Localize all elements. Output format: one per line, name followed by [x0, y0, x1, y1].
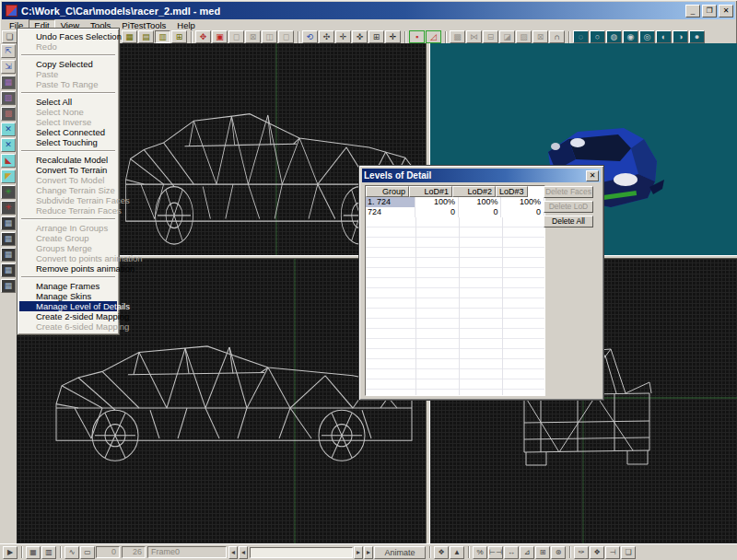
skin-editor-icon[interactable]: ▦ [1, 76, 16, 89]
render-textured-lit-icon[interactable]: ◑ [673, 30, 688, 43]
render-textured-icon[interactable]: ◐ [656, 30, 672, 43]
pyramid-icon[interactable]: ▲ [450, 546, 464, 559]
minimize-button[interactable]: _ [685, 5, 700, 18]
close-button[interactable]: ✕ [719, 5, 733, 18]
edit-menu-item: Convert To Model [19, 175, 117, 185]
render-gouraud-icon[interactable]: ◎ [639, 30, 655, 43]
bone-icon[interactable]: ✑ [574, 546, 589, 559]
delete-faces-button: Delete Faces [544, 186, 593, 198]
link-frames-icon[interactable]: ⊞ [535, 546, 550, 559]
export-model-icon[interactable]: ⇱ [1, 44, 16, 58]
frames-list-icon[interactable]: ▦ [26, 546, 41, 559]
notes-icon[interactable]: ❏ [621, 546, 636, 559]
drag-points-icon[interactable]: ✥ [195, 30, 211, 43]
render-wire-icon[interactable]: ○ [590, 30, 605, 43]
camera-view-icon[interactable]: ◤ [1, 169, 16, 183]
anim-tool-icons-c: ✑❖⊣❏ [574, 546, 637, 559]
render-flat-icon[interactable]: ◉ [623, 30, 638, 43]
edit-menu-item[interactable]: Undo Faces Selection [19, 31, 117, 41]
edit-menu-item[interactable]: Manage Skins [19, 291, 117, 301]
center-model-icon[interactable]: ✛ [385, 30, 401, 43]
edit-menu-item[interactable]: Recalculate Model [19, 155, 117, 165]
vertex-snap-icon[interactable]: ▪ [409, 30, 425, 43]
dialog-close-icon[interactable]: ✕ [586, 170, 599, 181]
wave-icon[interactable]: ∿ [64, 546, 79, 559]
play-button[interactable]: ▶ [3, 546, 18, 559]
edit-menu-item[interactable]: Select All [19, 97, 117, 107]
mesh-grid-icon-5[interactable]: ▦ [1, 279, 16, 293]
step-first-icon[interactable]: ◂ [228, 546, 238, 559]
frame-slider[interactable] [250, 547, 353, 558]
table-row[interactable]: 724000 [366, 207, 544, 217]
import-model-icon[interactable]: ⇲ [1, 60, 16, 74]
filmstrip-icon[interactable]: ▭ [80, 546, 95, 559]
frames-strip-icon[interactable]: ▥ [41, 546, 56, 559]
uv-mapping-icon[interactable]: ▨ [1, 91, 16, 105]
edit-menu: Undo Faces SelectionRedoCopy SelectedPas… [17, 28, 120, 335]
column-header[interactable]: LoD#3 [496, 186, 528, 197]
front-view-icon[interactable]: ◣ [1, 154, 16, 168]
column-header[interactable]: LoD#2 [452, 186, 496, 197]
column-header[interactable]: LoD#1 [409, 186, 452, 197]
mesh-grid-icon-1[interactable]: ▦ [1, 216, 16, 230]
menu-pitesttools[interactable]: PiTestTools [116, 19, 171, 30]
rotate-sphere-icon[interactable]: ❖ [434, 546, 449, 559]
column-header[interactable]: Group [366, 186, 409, 197]
side-view-icon[interactable]: ✕ [1, 138, 16, 152]
lod-table-header: GroupLoD#1LoD#2LoD#3 [366, 186, 544, 197]
top-view-icon[interactable]: ✕ [1, 122, 16, 136]
frame-end-field[interactable]: 26 [122, 546, 146, 558]
edit-menu-item[interactable]: Manage Level of Details [19, 301, 117, 311]
selection-box-icon[interactable]: ▣ [212, 30, 228, 43]
face-snap-icon[interactable]: ◿ [426, 30, 441, 43]
dialog-titlebar[interactable]: Levels of Detail ✕ [362, 169, 601, 182]
menu-help[interactable]: Help [171, 19, 201, 30]
slope-icon[interactable]: ⊿ [520, 546, 534, 559]
new-file-icon[interactable]: ❏ [2, 30, 18, 43]
step-last-icon[interactable]: ▸ [364, 546, 373, 559]
table-empty-rows[interactable] [366, 217, 544, 395]
restore-button[interactable]: ❐ [702, 5, 717, 18]
edit-menu-item[interactable]: Remove points animation [19, 263, 117, 274]
vertices-green-icon[interactable]: ✳ [1, 185, 16, 199]
weld-points-icon[interactable]: ✣ [319, 30, 334, 43]
render-points-icon[interactable]: ◌ [573, 30, 589, 43]
add-vertex-icon[interactable]: ✛ [335, 30, 351, 43]
mapping-planar-icon: ▩ [450, 30, 465, 43]
window-title: C:\Work_C\Car\models\racer_2.mdl - med [21, 6, 684, 17]
edit-menu-item[interactable]: Copy Selected [19, 59, 117, 69]
select-edges-icon[interactable]: ▤ [138, 30, 154, 43]
lasso-select-icon[interactable]: ∩ [549, 30, 565, 43]
edit-menu-item[interactable]: Create 2-sided Mapping [19, 311, 117, 321]
vertices-red-icon[interactable]: ✳ [1, 201, 16, 215]
lasso-icon[interactable]: ⟲ [302, 30, 318, 43]
select-faces-icon[interactable]: ▥ [155, 30, 170, 43]
frame-start-field[interactable]: 0 [96, 546, 120, 558]
edit-menu-item[interactable]: Select Touching [19, 137, 117, 147]
snap-grid-icon[interactable]: ⊞ [368, 30, 384, 43]
edit-menu-item[interactable]: Convert To Terrain [19, 165, 117, 175]
edit-menu-item[interactable]: Select Connected [19, 127, 117, 137]
remove-vertex-icon[interactable]: ✜ [352, 30, 368, 43]
select-groups-icon[interactable]: ⊞ [171, 30, 187, 43]
step-back-icon[interactable]: ◂ [239, 546, 248, 559]
mesh-grid-icon-3[interactable]: ▦ [1, 248, 16, 262]
frame-name-field[interactable]: Frame0 [147, 546, 227, 558]
copy-frames-icon[interactable]: ⊛ [551, 546, 566, 559]
mesh-grid-icon-2[interactable]: ▦ [1, 232, 16, 246]
percent-icon[interactable]: % [473, 546, 487, 559]
step-forward-icon[interactable]: ▸ [354, 546, 363, 559]
edit-menu-item[interactable]: Manage Frames [19, 281, 117, 291]
range-icon[interactable]: ⊢⊣ [488, 546, 503, 559]
stretch-icon[interactable]: ⊣ [605, 546, 620, 559]
render-skin-icon[interactable]: ● [689, 30, 705, 43]
render-hidden-icon[interactable]: ◍ [606, 30, 622, 43]
width-icon[interactable]: ↔ [504, 546, 519, 559]
animate-button[interactable]: Animate [374, 546, 426, 559]
select-points-icon[interactable]: ▦ [122, 30, 137, 43]
table-row[interactable]: 1. 724100%100%100% [366, 197, 544, 207]
mesh-grid-icon-4[interactable]: ▦ [1, 263, 16, 277]
bones-icon[interactable]: ❖ [590, 546, 604, 559]
texture-grid-icon[interactable]: ▩ [1, 107, 16, 121]
delete-all-button[interactable]: Delete All [544, 216, 593, 228]
